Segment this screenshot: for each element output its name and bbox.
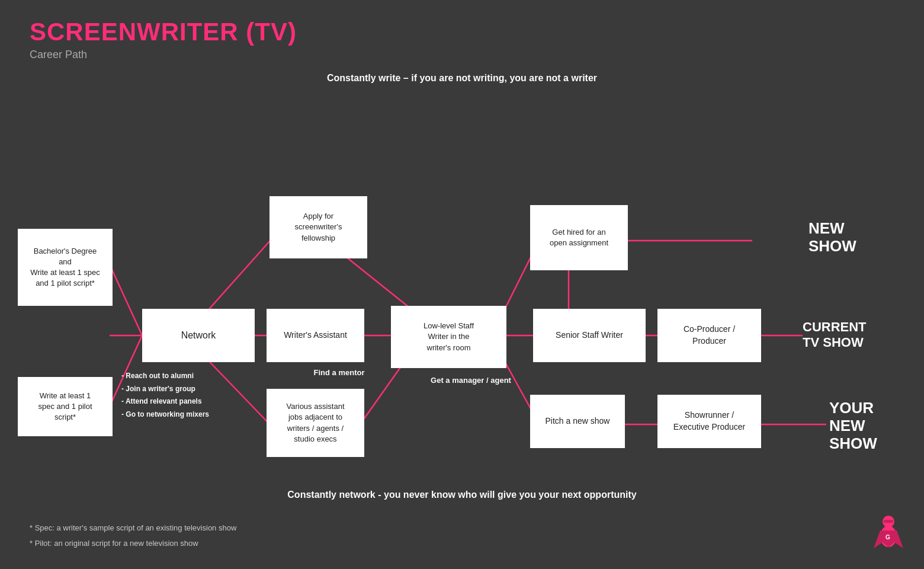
header: SCREENWRITER (TV) Career Path: [0, 0, 924, 67]
footnote-pilot: * Pilot: an original script for a new te…: [30, 536, 236, 551]
diagram-area: Bachelor's Degree and Write at least 1 s…: [0, 87, 924, 490]
label-get-manager: Get a manager / agent: [415, 376, 527, 385]
node-apply-fellowship: Apply for screenwriter's fellowship: [270, 196, 367, 258]
svg-text:G: G: [886, 534, 890, 541]
node-get-hired: Get hired for an open assignment: [530, 205, 628, 270]
page-title: SCREENWRITER (TV): [30, 18, 894, 46]
node-senior-staff: Senior Staff Writer: [533, 309, 646, 362]
tip-3: - Attend relevant panels: [121, 395, 209, 408]
network-tips: - Reach out to alumni - Join a writer's …: [121, 370, 209, 421]
node-various-assistant: Various assistant jobs adjacent to write…: [267, 389, 364, 457]
node-pitch-new: Pitch a new show: [530, 395, 625, 448]
svg-line-4: [201, 235, 275, 318]
svg-line-6: [341, 252, 415, 312]
page-subtitle: Career Path: [30, 49, 894, 61]
label-new-show: NEW SHOW: [808, 220, 856, 255]
svg-rect-22: [884, 520, 893, 523]
label-your-new-show: YOUR NEW SHOW: [829, 399, 877, 453]
tip-1: - Reach out to alumni: [121, 370, 209, 383]
label-current-tv: CURRENT TV SHOW: [803, 319, 867, 351]
node-co-producer: Co-Producer / Producer: [657, 309, 761, 362]
node-bachelor: Bachelor's Degree and Write at least 1 s…: [18, 229, 113, 306]
connectors-svg: [0, 87, 924, 490]
footnotes: * Spec: a writer's sample script of an e…: [30, 520, 236, 551]
footnote-spec: * Spec: a writer's sample script of an e…: [30, 520, 236, 536]
node-write-spec: Write at least 1 spec and 1 pilot script…: [18, 377, 113, 436]
node-network: Network: [142, 309, 255, 362]
node-writers-assistant: Writer's Assistant: [267, 309, 364, 362]
svg-line-0: [110, 264, 142, 335]
top-label: Constantly write – if you are not writin…: [0, 73, 924, 84]
mascot-icon: G: [871, 510, 906, 557]
node-low-level: Low-level Staff Writer in the writer's r…: [391, 306, 506, 368]
node-showrunner: Showrunner / Executive Producer: [657, 395, 761, 448]
bottom-label: Constantly network - you never know who …: [0, 490, 924, 500]
label-find-mentor: Find a mentor: [290, 368, 388, 377]
svg-line-5: [201, 353, 275, 430]
tip-2: - Join a writer's group: [121, 383, 209, 396]
tip-4: - Go to networking mixers: [121, 408, 209, 421]
